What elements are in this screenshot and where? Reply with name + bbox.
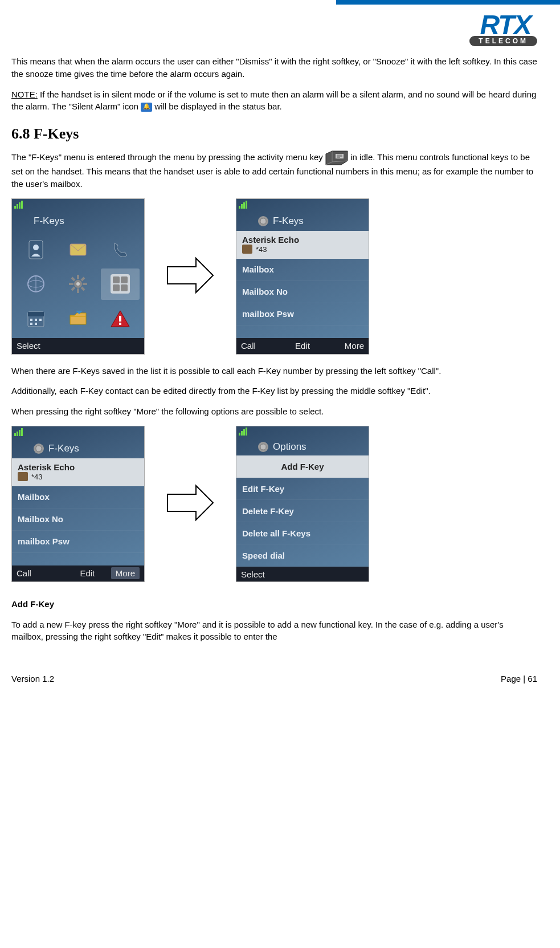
softkey-middle[interactable]: Edit [282, 341, 323, 351]
softkey-left[interactable]: Call [17, 568, 64, 578]
option-label: Add F-Key [281, 462, 324, 471]
status-bar [12, 199, 144, 210]
screen-title: F-Keys [12, 210, 144, 231]
paragraph-more: When pressing the right softkey "More" t… [11, 405, 537, 418]
softkey-right[interactable]: More [323, 341, 364, 351]
list-item-selected[interactable]: Add F-Key [236, 455, 369, 478]
list-item[interactable]: Speed dial [236, 544, 369, 567]
list-item[interactable]: Mailbox [236, 259, 369, 281]
item-number: *43 [31, 473, 43, 481]
footer-page: Page | 61 [501, 674, 537, 683]
note-text-b: will be displayed in the status bar. [152, 101, 282, 111]
svg-rect-30 [30, 323, 32, 325]
footer-version: Version 1.2 [11, 674, 54, 683]
note-label: NOTE: [11, 89, 38, 99]
softkey-right-highlighted[interactable]: More [111, 567, 140, 579]
item-number: *43 [256, 245, 267, 254]
menu-settings[interactable] [59, 268, 97, 300]
menu-key-icon [325, 150, 348, 165]
svg-rect-23 [113, 284, 120, 291]
para2a: The "F-Keys" menu is entered through the… [11, 152, 325, 162]
list-item[interactable]: Edit F-Key [236, 478, 369, 500]
screen-title: F-Keys [12, 438, 144, 458]
figure-row-1: F-Keys Select F-Keys [11, 198, 537, 355]
list-item[interactable]: Mailbox No [12, 508, 144, 531]
softkey-left[interactable]: Select [241, 569, 282, 579]
item-name: Asterisk Echo [18, 462, 75, 472]
list-item[interactable]: Delete all F-Keys [236, 522, 369, 544]
list-item-selected[interactable]: Asterisk Echo *43 [236, 231, 369, 259]
page-footer: Version 1.2 Page | 61 [0, 662, 560, 695]
menu-folder[interactable] [59, 303, 97, 335]
section-heading: 6.8 F-Keys [11, 125, 537, 143]
fkeys-list: Asterisk Echo *43 Mailbox Mailbox No mai… [12, 458, 144, 565]
svg-rect-31 [35, 323, 37, 325]
logo-container: RTX TELECOM [0, 5, 560, 55]
menu-network[interactable] [17, 268, 55, 300]
menu-fkeys[interactable] [101, 268, 140, 300]
phone-screen-fkeys-list: F-Keys Asterisk Echo *43 Mailbox Mailbox… [236, 198, 369, 355]
options-list: Add F-Key Edit F-Key Delete F-Key Delete… [236, 455, 369, 567]
svg-point-19 [76, 282, 80, 286]
status-bar [12, 426, 144, 438]
paragraph-edit: Additionally, each F-Key contact can be … [11, 385, 537, 397]
svg-rect-26 [28, 312, 44, 316]
phone-screen-menu: F-Keys Select [11, 198, 145, 355]
menu-contacts[interactable] [17, 234, 55, 266]
phone-screen-fkeys-more: F-Keys Asterisk Echo *43 Mailbox Mailbox… [11, 426, 145, 582]
svg-line-15 [72, 278, 75, 280]
fkeys-list: Asterisk Echo *43 Mailbox Mailbox No mai… [236, 231, 369, 338]
paragraph-note: NOTE: If the handset is in silent mode o… [11, 88, 537, 113]
brand-logo: RTX [480, 11, 537, 39]
silent-alarm-icon [141, 103, 152, 112]
phone-screen-options: Options Add F-Key Edit F-Key Delete F-Ke… [236, 426, 369, 582]
header-stripe [336, 0, 560, 5]
item-name: Asterisk Echo [242, 235, 299, 245]
menu-messages[interactable] [59, 234, 97, 266]
menu-alert[interactable] [101, 303, 140, 335]
menu-calendar[interactable] [17, 303, 55, 335]
svg-line-16 [81, 287, 84, 290]
screen-title: F-Keys [236, 210, 369, 231]
svg-rect-24 [121, 284, 128, 291]
softkey-bar: Select [236, 567, 369, 581]
svg-rect-27 [30, 319, 32, 321]
softkey-bar: Call Edit More [236, 338, 369, 354]
status-bar [236, 199, 369, 210]
arrow-icon [162, 483, 219, 524]
figure-row-2: F-Keys Asterisk Echo *43 Mailbox Mailbox… [11, 426, 537, 582]
softkey-left[interactable]: Select [17, 341, 58, 351]
paragraph-intro: This means that when the alarm occurs th… [11, 55, 537, 80]
svg-point-5 [33, 245, 39, 250]
contact-icon [18, 472, 28, 481]
list-item-selected[interactable]: Asterisk Echo *43 [12, 458, 144, 486]
screen-title: Options [236, 437, 369, 456]
status-bar [236, 426, 369, 437]
svg-line-17 [81, 278, 84, 280]
softkey-middle[interactable]: Edit [64, 568, 111, 578]
paragraph-call: When there are F-Keys saved in the list … [11, 365, 537, 377]
menu-grid [12, 231, 144, 338]
list-item[interactable]: mailbox Psw [12, 531, 144, 553]
list-item[interactable]: Delete F-Key [236, 500, 369, 522]
softkey-bar: Select [12, 338, 144, 354]
softkey-left[interactable]: Call [241, 341, 282, 351]
svg-line-18 [72, 287, 75, 290]
signal-icon [14, 428, 23, 436]
brand-subtext: TELECOM [469, 36, 537, 46]
list-item[interactable]: Mailbox [12, 486, 144, 508]
signal-icon [239, 201, 247, 209]
svg-rect-22 [121, 276, 128, 283]
menu-calls[interactable] [101, 234, 140, 266]
subheading-add-fkey: Add F-Key [11, 598, 537, 611]
svg-rect-29 [39, 319, 42, 321]
signal-icon [14, 201, 23, 209]
svg-rect-32 [119, 316, 121, 322]
signal-icon [239, 428, 247, 436]
paragraph-add-fkey: To add a new F-key press the right softk… [11, 619, 537, 644]
contact-icon [242, 245, 252, 254]
list-item[interactable]: Mailbox No [236, 281, 369, 303]
list-item[interactable]: mailbox Psw [236, 303, 369, 326]
svg-rect-33 [119, 323, 121, 325]
paragraph-fkeys-intro: The "F-Keys" menu is entered through the… [11, 150, 537, 190]
